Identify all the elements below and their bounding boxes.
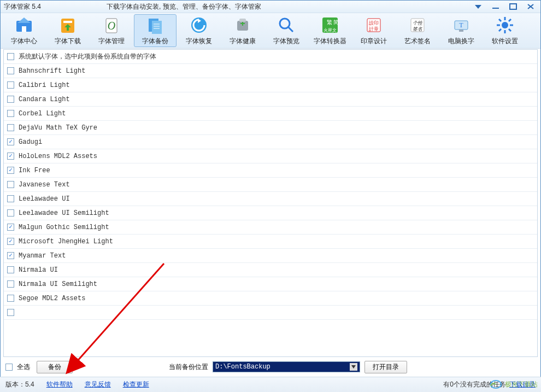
svg-text:签名: 签名 <box>413 26 422 32</box>
toolbar-label: 软件设置 <box>492 37 518 46</box>
backup-path-dropdown[interactable]: D:\FontsBackup <box>213 361 360 372</box>
font-checkbox[interactable] <box>7 238 14 245</box>
svg-line-44 <box>499 19 501 21</box>
toolbar-sign-button[interactable]: 个性签名艺术签名 <box>396 14 439 47</box>
toolbar-settings-button[interactable]: 软件设置 <box>484 14 526 47</box>
toolbar-label: 字体健康 <box>230 37 256 46</box>
toolbar-label: 电脑换字 <box>448 37 474 46</box>
font-checkbox[interactable] <box>7 138 14 145</box>
toolbar-label: 字体中心 <box>11 37 37 46</box>
font-list-item[interactable]: Calibri Light <box>4 78 537 92</box>
font-list-item[interactable]: Corbel Light <box>4 107 537 121</box>
font-label: Leelawadee UI <box>19 195 70 203</box>
swap-icon: T <box>451 15 471 35</box>
seal-icon: 設印計章 <box>364 15 384 35</box>
font-list-item[interactable]: Bahnschrift Light <box>4 64 537 78</box>
font-list-item[interactable]: Nirmala UI <box>4 263 537 277</box>
toolbar-center-button[interactable]: 字体中心 <box>3 14 45 47</box>
font-checkbox[interactable] <box>7 110 14 117</box>
font-list-item[interactable]: Gadugi <box>4 135 537 149</box>
toolbar-download-button[interactable]: 字体下载 <box>46 14 89 47</box>
feedback-link[interactable]: 意见反馈 <box>85 380 111 389</box>
font-list-item[interactable]: Javanese Text <box>4 178 537 192</box>
svg-text:简: 简 <box>333 19 339 25</box>
svg-line-25 <box>289 27 293 32</box>
svg-marker-0 <box>475 5 481 9</box>
toolbar-manage-button[interactable]: O字体管理 <box>90 14 133 47</box>
toolbar-convert-button[interactable]: 繁简火星文字体转换器 <box>309 14 351 47</box>
open-dir-button[interactable]: 打开目录 <box>364 361 407 373</box>
font-label: Nirmala UI Semilight <box>19 280 97 288</box>
font-label: Segoe MDL2 Assets <box>19 295 85 302</box>
font-list-item[interactable]: Leelawadee UI Semilight <box>4 206 537 220</box>
font-checkbox[interactable] <box>7 209 14 217</box>
toolbar-seal-button[interactable]: 設印計章印章设计 <box>352 14 395 47</box>
font-list-item[interactable]: Nirmala UI Semilight <box>4 277 537 291</box>
font-checkbox[interactable] <box>7 266 14 273</box>
download-dir-link[interactable]: 下载目录 <box>509 380 536 389</box>
font-label: 系统默认字体，选中此项则备份系统自带的字体 <box>19 52 156 61</box>
font-checkbox[interactable] <box>7 252 14 259</box>
toolbar-restore-button[interactable]: 字体恢复 <box>178 14 220 47</box>
toolbar-backup-button[interactable]: 字体备份 <box>134 14 177 47</box>
maximize-icon[interactable] <box>507 2 520 11</box>
font-list-item[interactable]: Candara Light <box>4 92 537 107</box>
help-link[interactable]: 软件帮助 <box>46 380 73 389</box>
font-list-item[interactable]: Ink Free <box>4 163 537 178</box>
svg-rect-22 <box>242 21 243 26</box>
font-checkbox[interactable] <box>7 280 14 288</box>
font-list-item[interactable]: Malgun Gothic Semilight <box>4 220 537 235</box>
font-list-item[interactable]: Microsoft JhengHei Light <box>4 235 537 249</box>
select-all-label: 全选 <box>17 362 30 372</box>
select-all-checkbox[interactable] <box>5 364 13 371</box>
svg-rect-9 <box>63 21 72 23</box>
font-list-item[interactable]: Myanmar Text <box>4 249 537 263</box>
toolbar-preview-button[interactable]: 字体预览 <box>265 14 308 47</box>
svg-point-24 <box>280 19 290 28</box>
update-link[interactable]: 检查更新 <box>123 380 149 389</box>
font-checkbox[interactable] <box>7 167 14 174</box>
font-checkbox[interactable] <box>7 295 14 302</box>
backup-icon <box>145 15 165 35</box>
font-list-item[interactable] <box>4 306 537 320</box>
dropdown-icon[interactable] <box>472 2 485 11</box>
sign-icon: 个性签名 <box>408 15 427 35</box>
font-list[interactable]: 系统默认字体，选中此项则备份系统自带的字体Bahnschrift LightCa… <box>3 49 538 357</box>
toolbar-health-button[interactable]: 字体健康 <box>221 14 264 47</box>
font-checkbox[interactable] <box>7 124 14 131</box>
svg-text:O: O <box>108 20 115 32</box>
font-checkbox[interactable] <box>7 81 14 89</box>
font-checkbox[interactable] <box>7 195 14 202</box>
font-checkbox[interactable] <box>7 53 14 60</box>
toolbar-label: 印章设计 <box>361 37 387 46</box>
svg-text:个性: 个性 <box>413 20 423 26</box>
font-checkbox[interactable] <box>7 96 14 103</box>
backup-button[interactable]: 备份 <box>37 361 73 373</box>
titlebar: 字体管家 5.4 下载字体自动安装, 预览、管理、备份字体、字体管家 <box>1 1 540 13</box>
path-label: 当前备份位置 <box>169 362 208 372</box>
font-list-item[interactable]: HoloLens MDL2 Assets <box>4 149 537 163</box>
svg-marker-48 <box>351 365 356 368</box>
font-list-item[interactable]: 系统默认字体，选中此项则备份系统自带的字体 <box>4 50 537 64</box>
font-label: Bahnschrift Light <box>19 67 85 75</box>
font-checkbox[interactable] <box>7 309 14 316</box>
font-label: Leelawadee UI Semilight <box>19 209 109 217</box>
font-label: Candara Light <box>19 96 70 103</box>
toolbar-label: 字体管理 <box>98 37 125 46</box>
toolbar-swap-button[interactable]: T电脑换字 <box>440 14 483 47</box>
toolbar-label: 字体转换器 <box>314 37 346 46</box>
font-checkbox[interactable] <box>7 224 14 231</box>
svg-line-47 <box>499 29 501 31</box>
font-checkbox[interactable] <box>7 181 14 188</box>
font-list-item[interactable]: Segoe MDL2 Assets <box>4 291 537 306</box>
font-list-item[interactable]: Leelawadee UI <box>4 192 537 206</box>
close-icon[interactable] <box>524 2 537 11</box>
svg-rect-2 <box>510 4 516 9</box>
minimize-icon[interactable] <box>489 2 502 11</box>
font-label: Nirmala UI <box>19 266 58 274</box>
font-label: Malgun Gothic Semilight <box>19 224 109 231</box>
svg-text:繁: 繁 <box>327 19 332 25</box>
font-list-item[interactable]: DejaVu Math TeX Gyre <box>4 121 537 135</box>
font-checkbox[interactable] <box>7 67 14 74</box>
font-checkbox[interactable] <box>7 153 14 160</box>
